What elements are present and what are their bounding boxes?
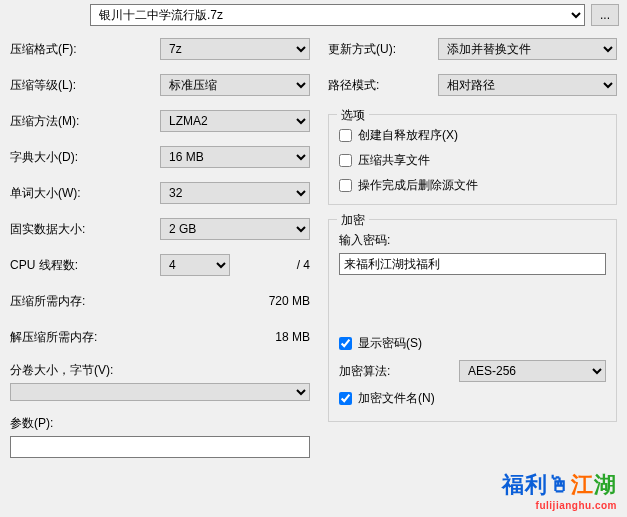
watermark: 福利🖱江湖 fulijianghu.com [502, 470, 617, 511]
show-password-checkbox[interactable] [339, 337, 352, 350]
share-label: 压缩共享文件 [358, 152, 430, 169]
cpu-select[interactable]: 4 [160, 254, 230, 276]
enc-method-label: 加密算法: [339, 363, 459, 380]
word-size-select[interactable]: 32 [160, 182, 310, 204]
mem-compress-value: 720 MB [160, 294, 310, 308]
path-mode-select[interactable]: 相对路径 [438, 74, 617, 96]
enc-names-label: 加密文件名(N) [358, 390, 435, 407]
cpu-total-label: / 4 [238, 258, 310, 272]
cpu-label: CPU 线程数: [10, 257, 160, 274]
path-mode-label: 路径模式: [328, 77, 438, 94]
params-input[interactable] [10, 436, 310, 458]
word-size-label: 单词大小(W): [10, 185, 160, 202]
encryption-group-title: 加密 [337, 212, 369, 229]
options-group: 选项 创建自释放程序(X) 压缩共享文件 操作完成后删除源文件 [328, 114, 617, 205]
split-select[interactable] [10, 383, 310, 401]
archive-filename-select[interactable]: 银川十二中学流行版.7z [90, 4, 585, 26]
delete-checkbox[interactable] [339, 179, 352, 192]
level-select[interactable]: 标准压缩 [160, 74, 310, 96]
enc-names-checkbox[interactable] [339, 392, 352, 405]
share-checkbox[interactable] [339, 154, 352, 167]
options-group-title: 选项 [337, 107, 369, 124]
format-select[interactable]: 7z [160, 38, 310, 60]
dictionary-label: 字典大小(D): [10, 149, 160, 166]
level-label: 压缩等级(L): [10, 77, 160, 94]
password-label: 输入密码: [339, 232, 606, 249]
enc-method-select[interactable]: AES-256 [459, 360, 606, 382]
watermark-part3: 湖 [594, 472, 617, 497]
sfx-label: 创建自释放程序(X) [358, 127, 458, 144]
method-label: 压缩方法(M): [10, 113, 160, 130]
mem-decompress-label: 解压缩所需内存: [10, 329, 160, 346]
solid-select[interactable]: 2 GB [160, 218, 310, 240]
delete-label: 操作完成后删除源文件 [358, 177, 478, 194]
watermark-part2: 江 [571, 472, 594, 497]
params-label: 参数(P): [10, 415, 310, 432]
browse-button[interactable]: ... [591, 4, 619, 26]
solid-label: 固实数据大小: [10, 221, 160, 238]
format-label: 压缩格式(F): [10, 41, 160, 58]
show-password-label: 显示密码(S) [358, 335, 422, 352]
password-input[interactable] [339, 253, 606, 275]
split-label: 分卷大小，字节(V): [10, 362, 310, 379]
mem-compress-label: 压缩所需内存: [10, 293, 160, 310]
update-mode-select[interactable]: 添加并替换文件 [438, 38, 617, 60]
sfx-checkbox[interactable] [339, 129, 352, 142]
update-mode-label: 更新方式(U): [328, 41, 438, 58]
watermark-url: fulijianghu.com [502, 500, 617, 511]
encryption-group: 加密 输入密码: 显示密码(S) 加密算法: AES-256 加密文件名(N) [328, 219, 617, 422]
method-select[interactable]: LZMA2 [160, 110, 310, 132]
mem-decompress-value: 18 MB [160, 330, 310, 344]
watermark-part1: 福利 [502, 472, 548, 497]
dictionary-select[interactable]: 16 MB [160, 146, 310, 168]
